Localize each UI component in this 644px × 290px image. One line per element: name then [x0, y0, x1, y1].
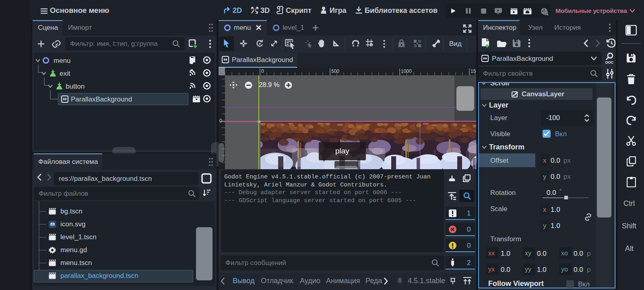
- svg-text:DOC: DOC: [605, 60, 614, 64]
- svg-text:500: 500: [331, 68, 339, 74]
- svg-text:1000: 1000: [401, 68, 412, 74]
- svg-text:150: 150: [471, 68, 476, 74]
- svg-text:0: 0: [261, 68, 264, 74]
